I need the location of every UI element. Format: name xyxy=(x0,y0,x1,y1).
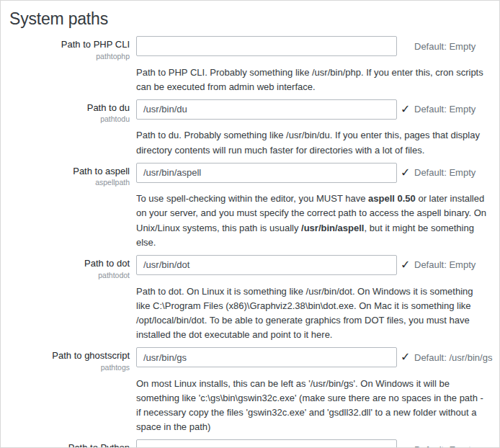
setting-label: Path to aspell xyxy=(9,166,130,177)
setting-label-column: Path to aspell aspellpath xyxy=(9,163,130,187)
setting-shortname: pathtogs xyxy=(9,363,130,372)
page-title: System paths xyxy=(9,9,491,29)
default-value-label: Default: Empty xyxy=(414,259,476,270)
setting-field-column: ✓ Default: Empty xyxy=(136,163,476,183)
setting-description: Path to dot. On Linux it is something li… xyxy=(136,285,488,343)
setting-field-column: ✓ Default: Empty xyxy=(136,255,476,275)
setting-row: Path to PHP CLI pathtophp ✓ Default: Emp… xyxy=(9,36,491,94)
default-value-label: Default: Empty xyxy=(414,41,476,52)
setting-field-column: ✓ Default: /usr/bin/gs xyxy=(136,347,491,367)
setting-input[interactable] xyxy=(136,99,397,120)
setting-shortname: pathtodot xyxy=(9,271,130,279)
check-icon: ✓ xyxy=(401,259,411,271)
setting-label-column: Path to dot pathtodot xyxy=(9,255,130,279)
default-value-label: Default: /usr/bin/gs xyxy=(414,352,492,363)
setting-input[interactable] xyxy=(136,439,397,448)
check-icon: ✓ xyxy=(401,351,411,363)
setting-row: Path to dot pathtodot ✓ Default: Empty P… xyxy=(9,255,491,342)
setting-label: Path to ghostscript xyxy=(9,350,130,362)
setting-shortname: pathtodu xyxy=(9,115,130,123)
setting-row: Path to du pathtodu ✓ Default: Empty Pat… xyxy=(9,99,491,158)
setting-row-main: Path to du pathtodu ✓ Default: Empty xyxy=(9,99,491,124)
setting-row: Path to aspell aspellpath ✓ Default: Emp… xyxy=(9,163,491,250)
setting-input[interactable] xyxy=(136,255,397,275)
settings-form: Path to PHP CLI pathtophp ✓ Default: Emp… xyxy=(9,36,491,448)
setting-input[interactable] xyxy=(136,36,397,56)
setting-label: Path to dot xyxy=(9,258,130,269)
setting-field-column: ✓ Default: Empty xyxy=(136,99,476,120)
setting-label-column: Path to ghostscript pathtogs xyxy=(9,347,130,372)
setting-row-main: Path to aspell aspellpath ✓ Default: Emp… xyxy=(9,163,491,187)
setting-row: Path to Python pathtopython ✓ Default: E… xyxy=(9,439,491,448)
setting-shortname: aspellpath xyxy=(9,178,130,187)
default-value-label: Default: Empty xyxy=(414,104,476,115)
setting-row-main: Path to dot pathtodot ✓ Default: Empty xyxy=(9,255,491,279)
system-paths-page: System paths Path to PHP CLI pathtophp ✓… xyxy=(0,0,500,448)
setting-description: To use spell-checking within the editor,… xyxy=(136,192,488,250)
setting-label: Path to du xyxy=(9,102,130,114)
setting-label-column: Path to PHP CLI pathtophp xyxy=(9,36,130,61)
setting-description: On most Linux installs, this can be left… xyxy=(136,377,488,435)
settings-rows: Path to PHP CLI pathtophp ✓ Default: Emp… xyxy=(9,36,491,448)
setting-label-column: Path to du pathtodu xyxy=(9,99,130,124)
setting-input[interactable] xyxy=(136,347,397,367)
setting-label: Path to Python xyxy=(9,442,130,448)
default-value-label: Default: Empty xyxy=(414,444,476,448)
setting-label-column: Path to Python pathtopython xyxy=(9,439,130,448)
setting-field-column: ✓ Default: Empty xyxy=(136,439,476,448)
setting-field-column: ✓ Default: Empty xyxy=(136,36,476,56)
setting-row: Path to ghostscript pathtogs ✓ Default: … xyxy=(9,347,491,434)
setting-description: Path to du. Probably something like /usr… xyxy=(136,128,488,157)
setting-description: Path to PHP CLI. Probably something like… xyxy=(136,66,488,94)
setting-row-main: Path to Python pathtopython ✓ Default: E… xyxy=(9,439,491,448)
default-value-label: Default: Empty xyxy=(414,167,476,178)
setting-row-main: Path to ghostscript pathtogs ✓ Default: … xyxy=(9,347,491,372)
check-icon: ✓ xyxy=(401,104,411,115)
setting-input[interactable] xyxy=(136,163,397,183)
check-icon: ✓ xyxy=(401,167,411,179)
setting-shortname: pathtophp xyxy=(9,52,130,61)
setting-row-main: Path to PHP CLI pathtophp ✓ Default: Emp… xyxy=(9,36,491,61)
setting-label: Path to PHP CLI xyxy=(9,39,130,50)
